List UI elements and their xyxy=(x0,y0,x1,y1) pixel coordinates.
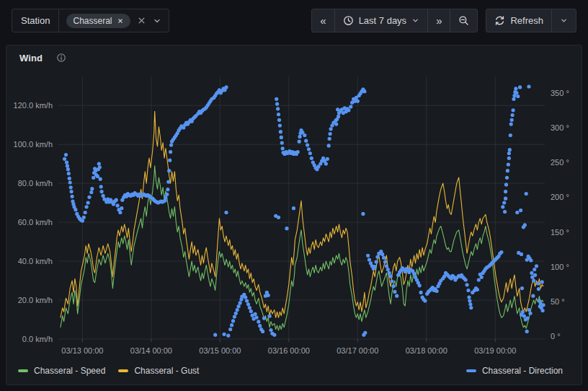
refresh-interval-dropdown[interactable] xyxy=(551,9,576,32)
y-left-tick: 0.0 km/h xyxy=(6,333,53,345)
legend-item-direction[interactable]: Chasseral - Direction xyxy=(466,364,563,378)
y-right-tick: 150 ° xyxy=(551,227,582,238)
station-variable-filter[interactable]: Station Chasseral xyxy=(12,9,169,32)
station-variable-value[interactable]: Chasseral xyxy=(59,9,168,32)
time-shift-back-button[interactable]: « xyxy=(312,9,334,32)
zoom-out-icon xyxy=(458,15,469,26)
refresh-button[interactable]: Refresh xyxy=(486,9,551,32)
wind-chart: 0.0 km/h20.0 km/h40.0 km/h60.0 km/h80.0 … xyxy=(6,45,582,385)
grafana-dashboard: Station Chasseral « xyxy=(0,0,588,391)
plot-canvas[interactable] xyxy=(58,76,545,339)
dashboard-toolbar: Station Chasseral « xyxy=(0,0,588,41)
station-variable-label: Station xyxy=(12,9,59,32)
direction-series-swatch xyxy=(466,369,476,372)
chevron-down-icon xyxy=(560,17,568,25)
x-axis-tick: 03/18 00:00 xyxy=(394,345,459,356)
clear-selection-icon[interactable] xyxy=(137,16,146,25)
x-axis-tick: 03/16 00:00 xyxy=(257,345,321,356)
y-left-tick: 80.0 km/h xyxy=(6,177,53,189)
speed-series-swatch xyxy=(18,369,28,372)
wind-panel: Wind 0.0 km/h20.0 km/h40.0 km/h60.0 km/h… xyxy=(6,45,582,385)
x-axis-tick: 03/13 00:00 xyxy=(50,345,115,356)
y-right-tick: 50 ° xyxy=(551,296,582,307)
x-axis-tick: 03/14 00:00 xyxy=(119,345,184,356)
chevron-down-icon xyxy=(411,17,419,25)
refresh-icon xyxy=(494,15,505,26)
zoom-out-button[interactable] xyxy=(450,9,477,32)
y-left-tick: 40.0 km/h xyxy=(6,255,53,267)
time-range-label: Last 7 days xyxy=(359,15,407,26)
legend-item-gust[interactable]: Chasseral - Gust xyxy=(118,366,199,376)
double-chevron-right-icon: » xyxy=(436,15,442,26)
legend: Chasseral - Speed Chasseral - Gust Chass… xyxy=(6,364,582,379)
clock-icon xyxy=(343,15,354,26)
y-left-tick: 120.0 km/h xyxy=(6,100,53,111)
station-chip-label: Chasseral xyxy=(73,16,112,26)
gust-series-swatch xyxy=(118,369,128,372)
legend-left: Chasseral - Speed Chasseral - Gust xyxy=(18,364,199,378)
y-right-tick: 200 ° xyxy=(551,191,582,203)
legend-label-gust: Chasseral - Gust xyxy=(134,366,199,376)
y-right-tick: 350 ° xyxy=(551,87,582,99)
x-axis-tick: 03/15 00:00 xyxy=(187,345,252,356)
refresh-group: Refresh xyxy=(486,9,576,32)
y-right-tick: 250 ° xyxy=(551,157,582,168)
double-chevron-left-icon: « xyxy=(320,15,326,26)
time-range-picker-button[interactable]: Last 7 days xyxy=(334,9,428,32)
y-right-tick: 100 ° xyxy=(551,261,582,273)
legend-item-speed[interactable]: Chasseral - Speed xyxy=(18,366,105,376)
x-axis-tick: 03/17 00:00 xyxy=(325,345,390,356)
y-right-tick: 300 ° xyxy=(551,122,582,133)
y-left-tick: 100.0 km/h xyxy=(6,139,53,150)
y-left-tick: 20.0 km/h xyxy=(6,294,53,306)
time-controls: « Last 7 days » xyxy=(311,9,576,32)
legend-label-direction: Chasseral - Direction xyxy=(482,366,563,376)
y-right-tick: 0 ° xyxy=(551,330,582,342)
legend-label-speed: Chasseral - Speed xyxy=(34,366,105,376)
station-chip[interactable]: Chasseral xyxy=(66,14,130,28)
remove-station-icon[interactable] xyxy=(117,17,124,25)
chevron-down-icon[interactable] xyxy=(153,17,161,25)
time-picker-group: « Last 7 days » xyxy=(311,9,478,32)
refresh-label: Refresh xyxy=(510,15,543,26)
time-shift-forward-button[interactable]: » xyxy=(427,9,450,32)
x-axis-tick: 03/19 00:00 xyxy=(463,345,527,356)
y-left-tick: 60.0 km/h xyxy=(6,216,53,228)
